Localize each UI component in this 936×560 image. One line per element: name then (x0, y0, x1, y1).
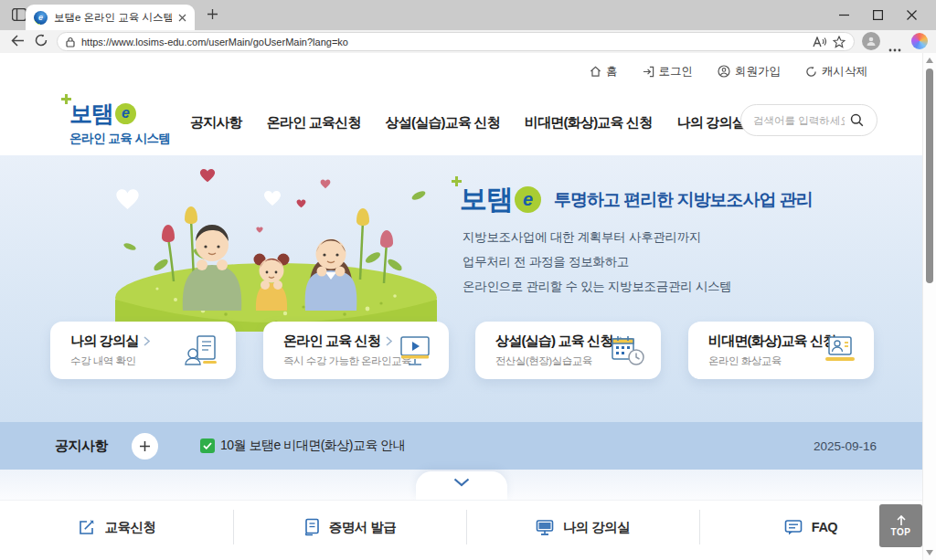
hero-banner: 보탬 e 투명하고 편리한 지방보조사업 관리 지방보조사업에 대한 계획부터 … (0, 155, 922, 422)
scroll-down-button[interactable] (416, 471, 507, 500)
site-favicon-icon: e (34, 11, 48, 25)
footer-edu-apply[interactable]: 교육신청 (0, 501, 233, 554)
nav-my-classroom[interactable]: 나의 강의실 (677, 114, 745, 132)
url-text: https://www.losims-edu.com/userMain/goUs… (81, 37, 348, 48)
chevron-down-icon (453, 478, 470, 487)
family-illustration (102, 163, 450, 335)
chevron-right-icon (144, 336, 150, 346)
scrollbar-up-arrow[interactable] (926, 58, 933, 63)
notice-date: 2025-09-16 (814, 439, 877, 453)
certificate-person-icon (183, 332, 221, 372)
nav-practice-apply[interactable]: 상설(실습)교육 신청 (386, 114, 500, 132)
scrollbar[interactable] (922, 53, 936, 560)
hero-logo-e-badge: e (515, 186, 541, 213)
copilot-icon[interactable] (911, 33, 928, 49)
utility-cache-clear[interactable]: 캐시삭제 (805, 64, 867, 79)
utility-login[interactable]: 로그인 (643, 64, 694, 79)
arrow-up-icon (896, 515, 907, 526)
main-nav: 공지사항 온라인 교육신청 상설(실습)교육 신청 비대면(화상)교육 신청 나… (190, 114, 835, 132)
address-bar[interactable]: https://www.losims-edu.com/userMain/goUs… (57, 32, 855, 51)
footer-my-classroom[interactable]: 나의 강의실 (466, 501, 699, 554)
notice-title: 공지사항 (55, 438, 108, 455)
nav-notice[interactable]: 공지사항 (190, 114, 242, 132)
close-button[interactable] (895, 0, 929, 30)
calendar-clock-icon (608, 332, 646, 372)
scroll-to-top-button[interactable]: TOP (879, 504, 922, 547)
site-header: 보탬 e 온라인 교육 시스템 공지사항 온라인 교육신청 상설(실습)교육 신… (0, 90, 922, 155)
read-aloud-icon[interactable] (813, 37, 826, 48)
refresh-cache-icon (805, 66, 817, 78)
favorites-star-icon[interactable] (833, 36, 846, 48)
profile-avatar[interactable] (862, 32, 880, 50)
certificate-doc-icon (303, 518, 320, 536)
search-input[interactable] (753, 115, 845, 126)
hero-headline: 투명하고 편리한 지방보조사업 관리 (554, 188, 813, 212)
utility-home[interactable]: 홈 (590, 64, 618, 79)
laptop-person-icon (821, 332, 859, 372)
maximize-button[interactable] (861, 0, 895, 30)
new-tab-button[interactable] (207, 7, 218, 24)
browser-window: e 보탬e 온라인 교육 시스템 https://www.losims-edu.… (0, 0, 936, 560)
search-box[interactable] (740, 104, 878, 136)
site-logo[interactable]: 보탬 e 온라인 교육 시스템 (69, 99, 177, 147)
scrollbar-thumb[interactable] (926, 69, 933, 283)
card-remote-apply[interactable]: 비대면(화상)교육 신청 온라인 화상교육 (688, 322, 874, 379)
logo-plus-mark (61, 94, 71, 104)
browser-tab[interactable]: e 보탬e 온라인 교육 시스템 (26, 5, 195, 30)
card-practice-apply[interactable]: 상설(실습) 교육 신청 전산실(현장)실습교육 (475, 322, 661, 379)
lock-icon (66, 37, 75, 48)
hero-logo: 보탬 e (460, 181, 541, 218)
plus-icon (139, 440, 151, 452)
minimize-button[interactable] (827, 0, 861, 30)
person-circle-icon (718, 65, 730, 78)
chat-bubble-icon (784, 519, 803, 536)
notice-link[interactable]: 10월 보탬e 비대면(화상)교육 안내 (200, 438, 405, 454)
monitor-play-icon (396, 332, 434, 372)
footer-divider (699, 510, 700, 544)
tab-title: 보탬e 온라인 교육 시스템 (54, 11, 172, 25)
nav-remote-apply[interactable]: 비대면(화상)교육 신청 (525, 114, 653, 132)
utility-signup[interactable]: 회원가입 (718, 64, 781, 79)
footer-certificate[interactable]: 증명서 발급 (233, 501, 466, 554)
monitor-icon (536, 519, 554, 536)
logo-e-badge: e (115, 103, 136, 124)
hero-logo-plus-mark (452, 176, 462, 186)
refresh-button[interactable] (35, 34, 48, 50)
card-my-classroom[interactable]: 나의 강의실 수강 내역 확인 (50, 322, 236, 379)
chevron-right-icon (386, 336, 392, 346)
home-icon (590, 66, 601, 78)
quick-footer: 교육신청 증명서 발급 나의 강의실 FAQ (0, 500, 922, 560)
pencil-square-icon (78, 518, 96, 536)
tab-actions-icon[interactable] (12, 8, 27, 21)
notice-bar: 공지사항 10월 보탬e 비대면(화상)교육 안내 2025-09-16 (0, 422, 922, 470)
footer-divider (233, 510, 234, 544)
notice-more-button[interactable] (132, 433, 158, 460)
footer-divider (466, 510, 467, 544)
scrollbar-down-arrow[interactable] (926, 550, 933, 555)
check-badge-icon (200, 438, 215, 453)
browser-tab-bar: e 보탬e 온라인 교육 시스템 (0, 0, 936, 30)
tab-close-icon[interactable] (178, 14, 186, 22)
back-button[interactable] (11, 34, 25, 50)
search-icon[interactable] (850, 113, 864, 127)
login-icon (643, 66, 654, 78)
utility-nav: 홈 로그인 회원가입 캐시삭제 (0, 53, 922, 90)
card-online-apply[interactable]: 온라인 교육 신청 즉시 수강 가능한 온라인교육 (263, 322, 449, 379)
nav-online-apply[interactable]: 온라인 교육신청 (267, 114, 361, 132)
hero-description: 지방보조사업에 대한 계획부터 사후관리까지 업무처리 전 과정을 정보화하고 … (463, 225, 731, 299)
